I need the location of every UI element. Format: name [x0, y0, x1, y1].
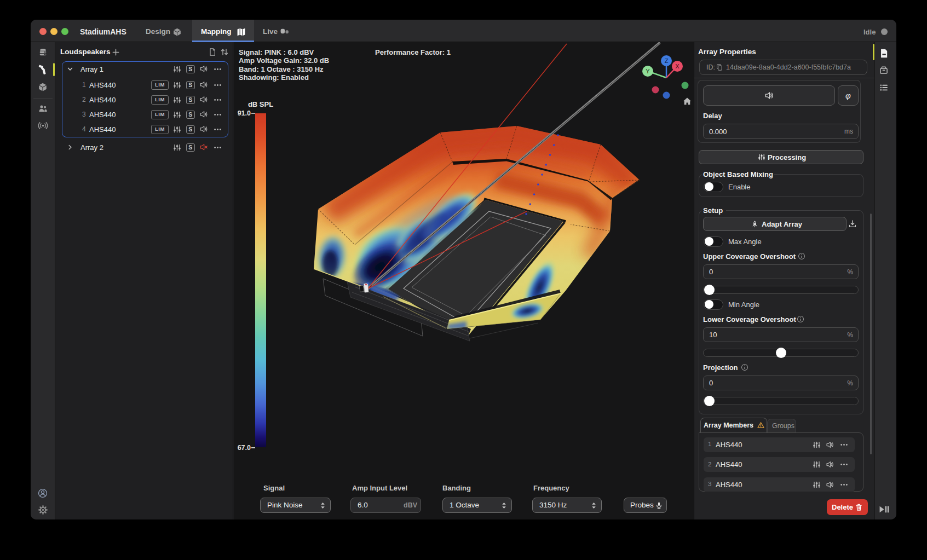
- svg-text:X: X: [675, 63, 680, 70]
- svg-text:Z: Z: [665, 57, 669, 64]
- svg-text:Y: Y: [646, 68, 650, 74]
